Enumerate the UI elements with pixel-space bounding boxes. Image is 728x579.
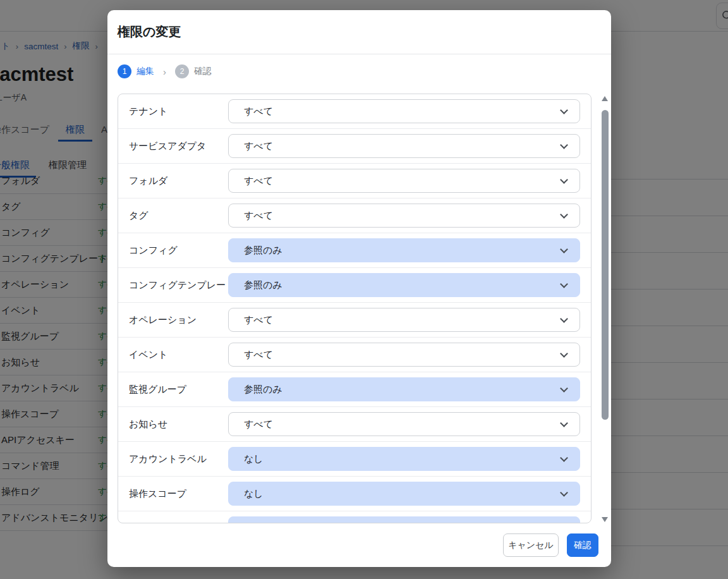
permission-select[interactable]: なし <box>228 447 580 471</box>
scrollbar-down-arrow-icon[interactable] <box>602 517 608 522</box>
form-row: コンフィグテンプレート 参照のみ <box>118 268 591 303</box>
form-row: お知らせ すべて <box>118 407 591 442</box>
confirm-button[interactable]: 確認 <box>567 533 598 557</box>
select-value: なし <box>244 488 264 500</box>
permission-select[interactable]: すべて <box>228 134 580 158</box>
form-row-label: フォルダ <box>129 175 228 187</box>
select-value: すべて <box>244 314 273 326</box>
form-row: 監視グループ 参照のみ <box>118 372 591 407</box>
step-label: 確認 <box>194 66 212 77</box>
chevron-down-icon <box>560 210 568 219</box>
stepper: 1 編集 › 2 確認 <box>107 54 611 87</box>
chevron-down-icon <box>560 454 568 462</box>
form-row: タグ すべて <box>118 198 591 233</box>
form-row: 操作スコープ なし <box>118 477 591 511</box>
dialog-header: 権限の変更 <box>107 10 611 54</box>
form-row: イベント すべて <box>118 338 591 372</box>
select-value: すべて <box>244 175 273 187</box>
permission-select[interactable]: すべて <box>228 412 580 436</box>
form-row-label: APIアクセスキー <box>129 523 228 524</box>
scrollbar-up-arrow-icon[interactable] <box>602 96 608 101</box>
chevron-down-icon <box>560 384 568 393</box>
form-row-label: 操作スコープ <box>129 488 228 500</box>
form-row: サービスアダプタ すべて <box>118 129 591 164</box>
select-value: すべて <box>244 106 273 118</box>
select-value: すべて <box>244 210 273 222</box>
form-row-label: 監視グループ <box>129 384 228 396</box>
select-value: なし <box>244 453 264 465</box>
chevron-down-icon <box>560 419 568 427</box>
select-value: すべて <box>244 140 273 152</box>
chevron-down-icon <box>560 280 568 288</box>
screen: ト › sacmtest › 権限 › sacmtest ユーザA 操作スコープ <box>0 0 728 579</box>
chevron-down-icon <box>560 176 568 184</box>
form-row-label: アカウントラベル <box>129 453 228 465</box>
permission-form: テナント すべて サービスアダプタ すべて フォルダ <box>118 94 592 523</box>
step-label: 編集 <box>136 66 154 77</box>
form-row-label: コンフィグテンプレート <box>129 279 228 291</box>
form-row: オペレーション すべて <box>118 303 591 338</box>
step-number-badge: 2 <box>175 64 189 78</box>
form-row-label: テナント <box>129 106 228 118</box>
permission-select[interactable]: 参照のみ <box>228 377 580 401</box>
form-row-label: コンフィグ <box>129 245 228 257</box>
form-row-label: イベント <box>129 349 228 361</box>
form-row: APIアクセスキー なし <box>118 511 591 523</box>
select-value: 参照のみ <box>244 279 282 291</box>
permission-select[interactable]: すべて <box>228 99 580 123</box>
dialog-title: 権限の変更 <box>118 23 181 40</box>
select-value: 参照のみ <box>244 384 282 396</box>
dialog-footer: キャンセル 確認 <box>503 533 598 557</box>
select-value: 参照のみ <box>244 245 282 257</box>
form-row-label: オペレーション <box>129 314 228 326</box>
step-number-badge: 1 <box>118 64 131 78</box>
permission-select[interactable]: すべて <box>228 343 580 367</box>
form-row: テナント すべて <box>118 94 591 129</box>
chevron-down-icon <box>560 350 568 358</box>
permission-select[interactable]: すべて <box>228 204 580 228</box>
permission-select[interactable]: なし <box>228 482 580 506</box>
permission-select[interactable]: すべて <box>228 169 580 193</box>
stepper-step: 1 編集 › <box>118 64 175 78</box>
scrollbar[interactable] <box>600 94 610 525</box>
form-row-label: タグ <box>129 210 228 222</box>
form-row-label: サービスアダプタ <box>129 140 228 152</box>
cancel-button[interactable]: キャンセル <box>503 533 559 557</box>
form-row-label: お知らせ <box>129 418 228 430</box>
select-value: すべて <box>244 349 273 361</box>
form-row: アカウントラベル なし <box>118 442 591 477</box>
form-row: コンフィグ 参照のみ <box>118 233 591 268</box>
chevron-down-icon <box>560 245 568 253</box>
select-value: すべて <box>244 418 273 430</box>
permission-select[interactable]: 参照のみ <box>228 273 580 297</box>
chevron-down-icon <box>560 315 568 323</box>
chevron-down-icon <box>560 141 568 149</box>
change-permissions-dialog: 権限の変更 1 編集 › 2 確認 テナント <box>107 10 611 567</box>
permission-select[interactable]: なし <box>228 516 580 523</box>
scrollbar-thumb[interactable] <box>602 110 609 420</box>
permission-select[interactable]: すべて <box>228 308 580 332</box>
form-row: フォルダ すべて <box>118 164 591 198</box>
select-value: なし <box>244 523 264 524</box>
step-chevron-icon: › <box>163 66 166 77</box>
chevron-down-icon <box>560 106 568 114</box>
stepper-step: 2 確認 <box>175 64 229 78</box>
chevron-down-icon <box>560 489 568 497</box>
permission-select[interactable]: 参照のみ <box>228 238 580 262</box>
